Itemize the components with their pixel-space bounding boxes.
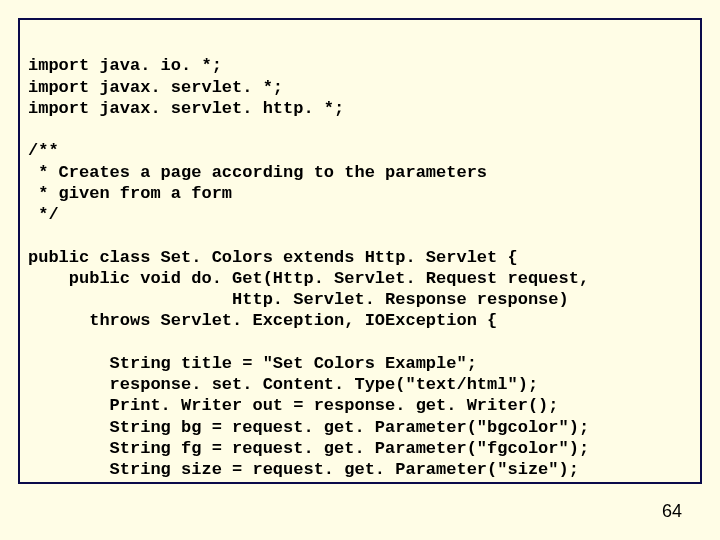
code-line: String bg = request. get. Parameter("bgc… [28,418,589,437]
code-line: import java. io. *; [28,56,222,75]
code-line: response. set. Content. Type("text/html"… [28,375,538,394]
code-line: String fg = request. get. Parameter("fgc… [28,439,589,458]
page-number: 64 [662,501,682,522]
code-block: import java. io. *; import javax. servle… [18,18,702,484]
code-line: */ [28,205,59,224]
code-line: import javax. servlet. http. *; [28,99,344,118]
code-line: * given from a form [28,184,232,203]
code-line: Print. Writer out = response. get. Write… [28,396,559,415]
code-line: * Creates a page according to the parame… [28,163,487,182]
code-line: String title = "Set Colors Example"; [28,354,477,373]
code-line: String size = request. get. Parameter("s… [28,460,579,479]
code-line: throws Servlet. Exception, IOException { [28,311,497,330]
code-line: Http. Servlet. Response response) [28,290,569,309]
slide: import java. io. *; import javax. servle… [0,0,720,540]
code-line: /** [28,141,59,160]
code-line: import javax. servlet. *; [28,78,283,97]
code-line: public class Set. Colors extends Http. S… [28,248,518,267]
code-line: public void do. Get(Http. Servlet. Reque… [28,269,589,288]
